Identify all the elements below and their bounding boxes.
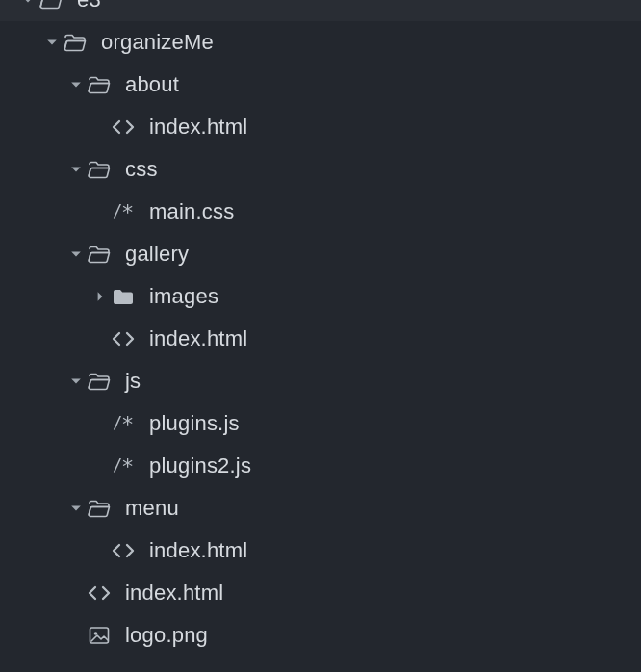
image-file-icon <box>87 626 112 645</box>
tree-file[interactable]: /*main.css <box>0 191 641 233</box>
chevron-down-icon[interactable] <box>65 79 87 90</box>
folder-open-icon <box>87 160 112 179</box>
tree-item-label: e3 <box>77 0 101 13</box>
tree-file[interactable]: logo.png <box>0 614 641 657</box>
chevron-down-icon[interactable] <box>17 0 38 6</box>
tree-file[interactable]: /*plugins2.js <box>0 445 641 487</box>
chevron-down-icon[interactable] <box>65 375 87 387</box>
svg-text:*: * <box>121 414 134 433</box>
tree-folder[interactable]: organizeMe <box>0 21 641 64</box>
html-file-icon <box>111 542 136 559</box>
tree-item-label: index.html <box>149 115 247 140</box>
tree-item-label: about <box>125 72 179 97</box>
code-file-icon: /* <box>111 456 136 476</box>
tree-item-label: index.html <box>125 581 223 606</box>
tree-item-label: index.html <box>149 538 247 563</box>
tree-file[interactable]: index.html <box>0 318 641 360</box>
code-file-icon: /* <box>111 414 136 433</box>
tree-folder[interactable]: js <box>0 360 641 402</box>
tree-folder[interactable]: e3 <box>0 0 641 21</box>
folder-open-icon <box>38 0 64 10</box>
folder-open-icon <box>87 245 112 264</box>
tree-item-label: main.css <box>149 199 234 224</box>
tree-file[interactable]: index.html <box>0 106 641 148</box>
html-file-icon <box>111 330 136 348</box>
html-file-icon <box>111 118 136 136</box>
tree-item-label: plugins2.js <box>149 453 251 478</box>
tree-folder[interactable]: about <box>0 64 641 106</box>
folder-open-icon <box>87 499 112 518</box>
chevron-down-icon[interactable] <box>65 248 87 260</box>
folder-closed-icon <box>111 287 136 306</box>
file-tree: e3organizeMeaboutindex.htmlcss/*main.css… <box>0 0 641 657</box>
code-file-icon: /* <box>111 202 136 221</box>
tree-item-label: organizeMe <box>101 30 214 55</box>
tree-folder[interactable]: images <box>0 275 641 318</box>
tree-item-label: menu <box>125 496 179 521</box>
tree-item-label: css <box>125 157 158 182</box>
chevron-down-icon[interactable] <box>41 37 63 48</box>
tree-item-label: js <box>125 369 141 394</box>
svg-text:*: * <box>121 202 134 221</box>
tree-folder[interactable]: css <box>0 148 641 191</box>
tree-file[interactable]: /*plugins.js <box>0 402 641 445</box>
tree-folder[interactable]: menu <box>0 487 641 530</box>
chevron-down-icon[interactable] <box>65 164 87 175</box>
chevron-right-icon[interactable] <box>90 291 111 302</box>
tree-item-label: logo.png <box>125 623 208 648</box>
chevron-down-icon[interactable] <box>65 503 87 514</box>
tree-folder[interactable]: gallery <box>0 233 641 275</box>
html-file-icon <box>87 584 112 602</box>
tree-item-label: plugins.js <box>149 411 240 436</box>
folder-open-icon <box>63 33 88 52</box>
tree-item-label: gallery <box>125 242 189 267</box>
tree-file[interactable]: index.html <box>0 530 641 572</box>
tree-item-label: index.html <box>149 326 247 351</box>
folder-open-icon <box>87 372 112 391</box>
svg-text:*: * <box>121 456 134 476</box>
tree-item-label: images <box>149 284 218 309</box>
tree-file[interactable]: index.html <box>0 572 641 614</box>
folder-open-icon <box>87 75 112 94</box>
